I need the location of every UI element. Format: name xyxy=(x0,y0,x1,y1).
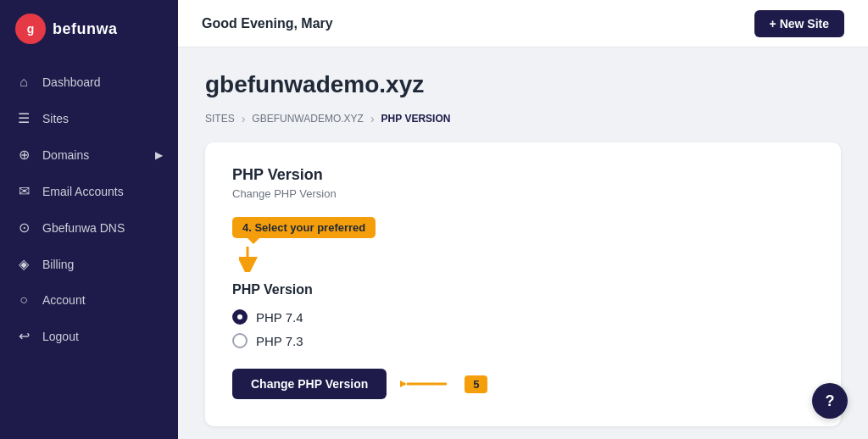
dashboard-icon: ⌂ xyxy=(15,75,32,90)
card-heading: PHP Version xyxy=(232,166,814,184)
sidebar-nav: ⌂ Dashboard ☰ Sites ⊕ Domains ▶ ✉ Email … xyxy=(0,58,178,439)
sidebar-item-account[interactable]: ○ Account xyxy=(0,282,178,318)
breadcrumb: SITES › GBEFUNWADEMO.XYZ › PHP VERSION xyxy=(205,112,841,125)
breadcrumb-sites[interactable]: SITES xyxy=(205,113,235,125)
main-area: Good Evening, Mary + New Site gbefunwade… xyxy=(178,0,868,439)
logo-icon: g xyxy=(15,14,46,44)
sidebar-item-gbefunwa-dns[interactable]: ⊙ Gbefunwa DNS xyxy=(0,209,178,246)
greeting: Good Evening, Mary xyxy=(202,16,333,31)
sidebar-item-domains[interactable]: ⊕ Domains ▶ xyxy=(0,136,178,173)
sidebar-item-label-logout: Logout xyxy=(42,330,79,343)
breadcrumb-current: PHP VERSION xyxy=(381,113,451,125)
logo[interactable]: g befunwa xyxy=(0,0,178,58)
card-subheading: Change PHP Version xyxy=(232,187,814,200)
change-php-version-button[interactable]: Change PHP Version xyxy=(232,369,387,399)
php-version-radio-group: PHP 7.4 PHP 7.3 xyxy=(232,309,814,348)
sidebar-item-email-accounts[interactable]: ✉ Email Accounts xyxy=(0,173,178,209)
sidebar-item-label-dashboard: Dashboard xyxy=(42,75,101,89)
page-title: gbefunwademo.xyz xyxy=(205,71,841,98)
php-version-card: PHP Version Change PHP Version 4. Select… xyxy=(205,142,841,426)
sidebar-item-label-account: Account xyxy=(42,293,86,307)
tooltip-balloon: 4. Select your preferred xyxy=(232,217,376,238)
dns-icon: ⊙ xyxy=(15,220,32,236)
breadcrumb-domain[interactable]: GBEFUNWADEMO.XYZ xyxy=(252,113,364,125)
header: Good Evening, Mary + New Site xyxy=(178,0,868,47)
logo-text: befunwa xyxy=(53,20,118,38)
button-arrow-icon xyxy=(400,374,451,394)
radio-circle-73 xyxy=(232,333,248,348)
help-button[interactable]: ? xyxy=(812,383,848,419)
domains-arrow-icon: ▶ xyxy=(155,149,163,161)
change-btn-row: Change PHP Version 5 xyxy=(232,369,814,399)
breadcrumb-sep-2: › xyxy=(370,112,375,125)
tooltip-arrow-icon xyxy=(239,245,270,272)
radio-php73[interactable]: PHP 7.3 xyxy=(232,333,814,348)
sidebar-item-sites[interactable]: ☰ Sites xyxy=(0,100,178,136)
radio-circle-74 xyxy=(232,309,248,325)
sidebar-item-label-sites: Sites xyxy=(42,112,69,125)
sidebar-item-label-dns: Gbefunwa DNS xyxy=(42,221,125,235)
sidebar-item-label-billing: Billing xyxy=(42,258,74,271)
breadcrumb-sep-1: › xyxy=(242,112,246,125)
sidebar-item-logout[interactable]: ↩ Logout xyxy=(0,318,178,354)
sidebar-item-label-email: Email Accounts xyxy=(42,185,124,198)
domains-icon: ⊕ xyxy=(15,147,32,163)
email-icon: ✉ xyxy=(15,183,32,199)
new-site-button[interactable]: + New Site xyxy=(754,10,844,37)
step-badge: 5 xyxy=(465,375,487,393)
php-version-label: PHP Version xyxy=(232,282,814,297)
content-area: gbefunwademo.xyz SITES › GBEFUNWADEMO.XY… xyxy=(178,47,868,439)
sidebar-item-billing[interactable]: ◈ Billing xyxy=(0,246,178,282)
sidebar-item-label-domains: Domains xyxy=(42,148,89,162)
account-icon: ○ xyxy=(15,292,32,308)
logout-icon: ↩ xyxy=(15,328,32,344)
billing-icon: ◈ xyxy=(15,256,32,272)
sidebar: g befunwa ⌂ Dashboard ☰ Sites ⊕ Domains … xyxy=(0,0,178,439)
sidebar-item-dashboard[interactable]: ⌂ Dashboard xyxy=(0,64,178,100)
radio-php74[interactable]: PHP 7.4 xyxy=(232,309,814,325)
sites-icon: ☰ xyxy=(15,110,32,126)
